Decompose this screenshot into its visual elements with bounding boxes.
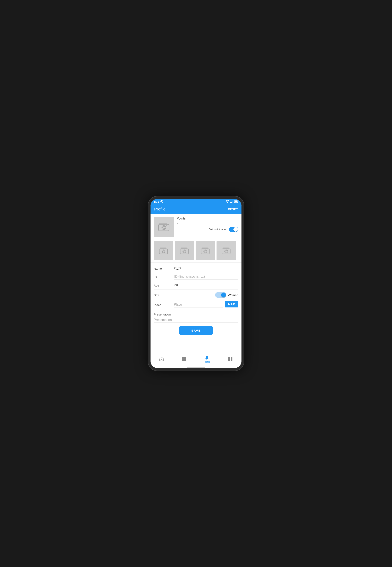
svg-rect-5 bbox=[233, 200, 233, 203]
status-left: 1:31 bbox=[154, 200, 163, 203]
nav-item-profile[interactable]: Profile bbox=[202, 355, 212, 364]
svg-rect-4 bbox=[232, 201, 232, 203]
camera-icon-3 bbox=[201, 247, 210, 255]
status-bar: 1:31 bbox=[151, 199, 241, 204]
name-field-row: Name bbox=[154, 264, 238, 273]
gesture-bar bbox=[151, 366, 241, 368]
notification-toggle[interactable] bbox=[229, 227, 238, 232]
circle-icon bbox=[160, 200, 163, 203]
age-input[interactable] bbox=[174, 283, 238, 288]
battery-icon bbox=[234, 200, 238, 203]
small-photos-section bbox=[151, 239, 241, 263]
nav-item-menu[interactable] bbox=[225, 356, 235, 363]
svg-point-1 bbox=[161, 201, 162, 202]
small-photo-2[interactable] bbox=[175, 241, 194, 260]
id-input[interactable] bbox=[174, 275, 238, 279]
main-profile-photo[interactable] bbox=[154, 217, 174, 237]
svg-point-21 bbox=[183, 250, 185, 252]
id-field-row: ID bbox=[154, 273, 238, 281]
place-label: Place bbox=[154, 303, 172, 307]
nav-profile-label: Profile bbox=[204, 360, 210, 363]
small-photo-3[interactable] bbox=[196, 241, 215, 260]
points-value: 0 bbox=[177, 221, 238, 224]
device-frame: 1:31 bbox=[148, 196, 244, 371]
sex-toggle-wrap: Woman bbox=[215, 292, 238, 298]
points-label: Points bbox=[177, 217, 238, 220]
svg-point-12 bbox=[163, 226, 165, 229]
svg-rect-8 bbox=[235, 201, 237, 202]
sex-row: Sex Woman bbox=[154, 290, 238, 299]
save-button[interactable]: SAVE bbox=[179, 326, 213, 335]
bottom-nav: Profile bbox=[151, 353, 241, 366]
svg-rect-13 bbox=[166, 225, 167, 226]
nav-item-home[interactable] bbox=[157, 356, 166, 362]
name-input[interactable] bbox=[174, 266, 238, 271]
age-label: Age bbox=[154, 284, 172, 288]
svg-rect-30 bbox=[182, 357, 184, 359]
place-input-wrap bbox=[174, 303, 223, 307]
svg-rect-2 bbox=[230, 202, 231, 203]
svg-point-25 bbox=[204, 250, 206, 252]
svg-rect-33 bbox=[184, 359, 186, 361]
menu-icon bbox=[228, 357, 233, 361]
age-field-row: Age bbox=[154, 281, 238, 290]
wifi-icon bbox=[226, 200, 229, 203]
name-input-wrap bbox=[174, 266, 238, 271]
id-input-wrap bbox=[174, 275, 238, 279]
svg-rect-35 bbox=[228, 359, 230, 361]
svg-point-17 bbox=[162, 250, 164, 252]
age-input-wrap bbox=[174, 283, 238, 288]
screen: 1:31 bbox=[151, 199, 241, 368]
main-content: Points 0 Get notification bbox=[151, 214, 241, 353]
presentation-section: Presentation bbox=[151, 311, 241, 323]
svg-point-29 bbox=[225, 250, 227, 252]
reset-button[interactable]: RESET bbox=[228, 208, 238, 211]
sex-toggle[interactable] bbox=[215, 292, 226, 298]
camera-icon-1 bbox=[159, 247, 168, 255]
svg-rect-3 bbox=[231, 202, 232, 203]
toggle-thumb bbox=[233, 227, 238, 232]
nav-item-grid[interactable] bbox=[180, 356, 188, 363]
notification-label: Get notification bbox=[209, 228, 227, 231]
map-button[interactable]: MAP bbox=[225, 301, 238, 307]
name-label: Name bbox=[154, 267, 172, 271]
save-section: SAVE bbox=[151, 323, 241, 337]
bell-icon bbox=[204, 355, 209, 360]
camera-icon-main bbox=[158, 222, 169, 232]
notification-row: Get notification bbox=[177, 227, 238, 232]
app-bar: Profile RESET bbox=[151, 204, 241, 214]
home-indicator bbox=[187, 367, 205, 368]
presentation-label: Presentation bbox=[154, 313, 238, 316]
grid-icon bbox=[182, 357, 186, 361]
svg-rect-7 bbox=[238, 201, 238, 202]
svg-rect-32 bbox=[182, 359, 184, 361]
status-right bbox=[226, 200, 238, 203]
sex-toggle-thumb bbox=[221, 292, 226, 297]
svg-rect-37 bbox=[231, 357, 231, 359]
form-section: Name ID Age bbox=[151, 263, 241, 311]
signal-icon bbox=[230, 200, 233, 203]
id-label: ID bbox=[154, 275, 172, 279]
home-icon bbox=[159, 357, 164, 361]
camera-icon-4 bbox=[222, 247, 231, 255]
sex-label: Sex bbox=[154, 293, 172, 297]
svg-rect-34 bbox=[228, 357, 230, 359]
app-bar-title: Profile bbox=[154, 207, 166, 211]
profile-photo-section: Points 0 Get notification bbox=[151, 214, 241, 239]
small-photo-1[interactable] bbox=[154, 241, 173, 260]
place-input[interactable] bbox=[174, 303, 223, 307]
svg-rect-31 bbox=[184, 357, 186, 359]
camera-icon-2 bbox=[180, 247, 189, 255]
place-row: Place MAP bbox=[154, 299, 238, 309]
sex-value-label: Woman bbox=[228, 293, 238, 297]
profile-right-section: Points 0 Get notification bbox=[177, 217, 238, 232]
time-display: 1:31 bbox=[154, 200, 159, 203]
presentation-input[interactable] bbox=[154, 317, 238, 323]
small-photo-4[interactable] bbox=[217, 241, 236, 260]
